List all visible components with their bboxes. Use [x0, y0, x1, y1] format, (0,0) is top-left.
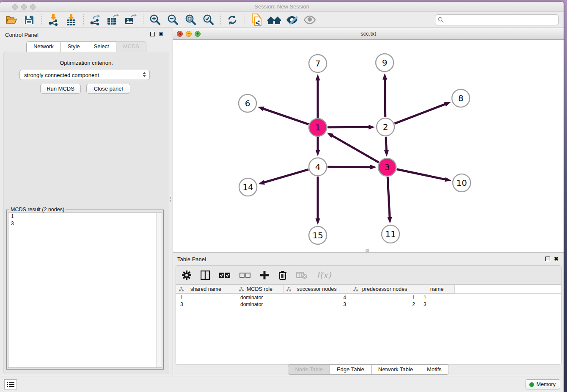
graph-edge-2-9[interactable]	[385, 78, 385, 117]
horizontal-splitter-handle[interactable]	[366, 249, 369, 252]
table-panel: Table Panel ✖	[173, 252, 564, 378]
result-line: 3	[8, 220, 162, 227]
show-panel-icon[interactable]	[303, 14, 317, 26]
optimization-criterion-label: Optimization criterion:	[4, 60, 169, 66]
hide-panels-icon[interactable]	[285, 14, 299, 26]
main-toolbar	[0, 12, 564, 28]
column-header-shared-name[interactable]: shared name	[176, 285, 236, 293]
edge-arrowhead	[387, 217, 392, 224]
edge-arrowhead	[316, 218, 320, 225]
graph-node-label: 8	[458, 93, 464, 103]
edge-arrowhead	[444, 102, 451, 106]
node-table[interactable]: shared nameMCDS rolesuccessor nodesprede…	[176, 284, 561, 364]
open-session-icon[interactable]	[4, 14, 19, 26]
delete-table-icon	[296, 271, 307, 279]
graph-edge-3-1[interactable]	[331, 135, 379, 162]
mcds-result-list[interactable]: 13	[8, 213, 162, 368]
table-cell[interactable]: dominator	[236, 294, 284, 301]
memory-label: Memory	[537, 381, 556, 387]
close-panel-button[interactable]: Close panel	[86, 84, 130, 94]
network-canvas[interactable]: 7968124314101511	[173, 40, 564, 252]
add-column-icon[interactable]	[260, 271, 269, 280]
graph-node-label: 6	[245, 98, 250, 108]
zoom-selected-icon[interactable]	[201, 14, 215, 26]
import-network-icon[interactable]	[46, 14, 61, 26]
zoom-fit-icon[interactable]	[183, 14, 198, 26]
tab-mcds[interactable]: MCDS	[116, 41, 146, 52]
deselect-all-checkboxes-icon[interactable]	[239, 272, 250, 278]
save-session-icon[interactable]	[22, 14, 36, 26]
import-table-icon[interactable]	[64, 14, 78, 26]
duplicate-network-icon[interactable]	[249, 14, 264, 26]
graph-edge-3-10[interactable]	[397, 169, 446, 180]
edge-arrowhead	[369, 125, 375, 130]
titlebar: Session: New Session	[0, 2, 564, 12]
graph-edge-2-8[interactable]	[394, 104, 446, 124]
close-table-panel-icon[interactable]: ✖	[554, 256, 559, 262]
column-header-successor-nodes[interactable]: successor nodes	[284, 285, 350, 293]
graph-edge-4-14[interactable]	[263, 169, 308, 182]
graph-node-label: 4	[315, 162, 321, 172]
search-input[interactable]	[435, 14, 559, 25]
vertical-splitter-handle[interactable]	[169, 196, 171, 207]
status-bar: Memory	[0, 376, 564, 392]
graph-edge-3-11[interactable]	[388, 177, 390, 218]
graph-edge-1-2[interactable]	[328, 127, 370, 127]
table-row[interactable]: 1dominator411	[176, 294, 561, 301]
export-image-icon[interactable]	[124, 14, 138, 26]
tab-select[interactable]: Select	[87, 41, 116, 52]
refresh-icon[interactable]	[225, 14, 239, 26]
zoom-in-icon[interactable]	[148, 14, 162, 26]
float-panel-icon[interactable]	[150, 32, 155, 36]
node-table-container: f(x) shared nameMCDS rolesuccessor nodes…	[176, 265, 561, 364]
graph-edge-1-6[interactable]	[262, 108, 308, 124]
mcds-result-group: MCDS result (2 nodes) 13	[6, 210, 164, 370]
control-panel-header: Control Panel ✖	[0, 28, 173, 41]
graph-edge-4-3[interactable]	[328, 167, 372, 167]
toolbar-separator	[245, 14, 245, 25]
tab-edge-table[interactable]: Edge Table	[330, 364, 371, 375]
select-stepper-icon	[143, 72, 146, 77]
column-header-mcds-role[interactable]: MCDS role	[236, 285, 284, 293]
graph-node-label: 3	[385, 162, 390, 172]
edge-arrowhead	[316, 150, 320, 156]
split-panel-icon[interactable]	[201, 271, 210, 280]
float-table-panel-icon[interactable]	[545, 257, 550, 261]
function-builder-icon: f(x)	[317, 270, 331, 280]
tab-motifs[interactable]: Motifs	[420, 364, 449, 375]
column-header-predecessor-nodes[interactable]: predecessor nodes	[350, 285, 419, 293]
table-cell[interactable]: 1	[350, 294, 419, 301]
window-title: Session: New Session	[0, 3, 564, 10]
zoom-out-icon[interactable]	[165, 14, 180, 26]
table-cell[interactable]: 3	[284, 301, 350, 308]
run-mcds-button[interactable]: Run MCDS	[40, 84, 81, 94]
delete-column-icon[interactable]	[278, 271, 287, 280]
table-cell[interactable]: dominator	[236, 301, 284, 308]
table-cell[interactable]: 1	[419, 294, 455, 301]
tab-network-table[interactable]: Network Table	[371, 364, 420, 375]
column-header-name[interactable]: name	[419, 285, 455, 293]
gear-icon[interactable]	[182, 271, 191, 280]
tab-style[interactable]: Style	[61, 41, 87, 52]
table-row[interactable]: 3dominator323	[176, 301, 561, 308]
export-table-icon[interactable]	[106, 14, 120, 26]
network-graph[interactable]: 7968124314101511	[173, 40, 564, 252]
close-panel-icon[interactable]: ✖	[159, 31, 163, 37]
table-cell[interactable]: 2	[350, 301, 419, 308]
table-cell[interactable]: 1	[176, 294, 236, 301]
result-scrollbar[interactable]	[156, 213, 162, 367]
optimization-criterion-select[interactable]: strongly connected component	[19, 70, 150, 80]
table-cell[interactable]: 3	[419, 301, 455, 308]
table-cell[interactable]: 4	[284, 294, 350, 301]
export-network-icon[interactable]	[88, 14, 102, 26]
memory-button[interactable]: Memory	[526, 379, 560, 389]
task-history-button[interactable]	[4, 379, 17, 389]
tab-network[interactable]: Network	[26, 41, 61, 52]
select-all-checkboxes-icon[interactable]	[219, 272, 230, 278]
tab-node-table[interactable]: Node Table	[288, 364, 330, 375]
mcds-tab-content: Optimization criterion: strongly connect…	[3, 52, 169, 374]
memory-status-icon	[529, 382, 534, 387]
table-cell[interactable]: 3	[176, 301, 236, 308]
home-icon[interactable]	[267, 14, 281, 26]
graph-edge-2-3[interactable]	[386, 137, 386, 152]
